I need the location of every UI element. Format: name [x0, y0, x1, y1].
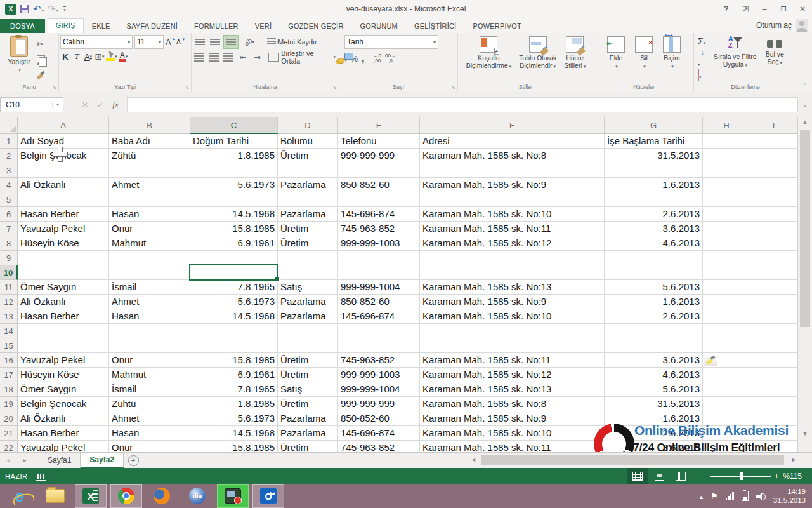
cell-E22[interactable]: 745-963-852 [338, 441, 420, 452]
cell-C11[interactable]: 7.8.1965 [190, 280, 278, 295]
row-header-15[interactable]: 15 [0, 338, 18, 353]
cell-I17[interactable] [750, 368, 797, 382]
sheet-nav-next-icon[interactable]: ► [16, 453, 33, 468]
cell-C1[interactable]: Doğum Tarihi [190, 134, 278, 149]
ribbon-tab-6[interactable]: GÖZDEN GEÇİR [280, 20, 351, 33]
cell-I4[interactable] [750, 178, 797, 192]
cell-A6[interactable]: Hasan Berber [18, 207, 109, 222]
cell-B3[interactable] [109, 163, 190, 178]
fill-handle[interactable] [275, 277, 280, 282]
cell-E17[interactable]: 999-999-1003 [338, 368, 420, 382]
ribbon-tab-3[interactable]: SAYFA DÜZENİ [119, 20, 186, 33]
taskbar-excel[interactable] [75, 484, 107, 508]
cell-H19[interactable] [703, 397, 750, 411]
shrink-font-button[interactable]: A [176, 38, 184, 46]
cell-B12[interactable]: Ahmet [109, 295, 190, 309]
cell-D15[interactable] [278, 338, 338, 353]
cell-I15[interactable] [750, 338, 797, 353]
middle-align-button[interactable] [208, 36, 222, 48]
cell-F7[interactable]: Karaman Mah. 1585 sk. No:11 [420, 222, 605, 236]
font-dialog-launcher-icon[interactable] [185, 84, 189, 90]
cell-D6[interactable]: Pazarlama [278, 207, 338, 222]
cell-G14[interactable] [605, 324, 703, 338]
cell-A12[interactable]: Ali Özkanlı [18, 295, 109, 309]
cell-D16[interactable]: Üretim [278, 353, 338, 368]
align-center-button[interactable] [207, 51, 221, 64]
cell-E19[interactable]: 999-999-999 [338, 397, 420, 411]
page-break-view-button[interactable] [670, 468, 691, 484]
cell-G19[interactable]: 31.5.2013 [605, 397, 703, 411]
new-sheet-button[interactable]: + [124, 453, 143, 468]
cell-F3[interactable] [420, 163, 605, 178]
row-header-18[interactable]: 18 [0, 382, 18, 397]
ribbon-tab-1[interactable]: GİRİŞ [48, 18, 84, 33]
cell-C18[interactable]: 7.8.1965 [190, 382, 278, 397]
cell-C14[interactable] [190, 324, 278, 338]
restore-icon[interactable] [774, 0, 793, 18]
format-cells-button[interactable]: Biçim [660, 35, 683, 82]
cell-D22[interactable]: Üretim [278, 441, 338, 452]
cell-A9[interactable] [18, 251, 109, 265]
cell-I18[interactable] [750, 382, 797, 397]
column-header-A[interactable]: A [18, 117, 109, 134]
vertical-scrollbar[interactable] [797, 117, 812, 452]
row-header-12[interactable]: 12 [0, 295, 18, 309]
cell-H5[interactable] [703, 192, 750, 207]
cell-E11[interactable]: 999-999-1004 [338, 280, 420, 295]
cell-G7[interactable]: 3.6.2013 [605, 222, 703, 236]
sheet-nav-prev-icon[interactable]: ◄ [0, 453, 16, 468]
cell-G20[interactable]: 1.6.2013 [605, 411, 703, 426]
sort-filter-button[interactable]: Sırala ve Filtre Uygula [711, 35, 759, 82]
taskbar-dia[interactable] [181, 484, 213, 508]
cell-F19[interactable]: Karaman Mah. 1585 sk. No:8 [420, 397, 605, 411]
cell-B2[interactable]: Zühtü [109, 149, 190, 163]
merge-center-button[interactable]: Birleştir ve Ortala [266, 50, 337, 64]
cell-D2[interactable]: Üretim [278, 149, 338, 163]
cell-A18[interactable]: Ömer Saygın [18, 382, 109, 397]
horizontal-scroll-thumb[interactable] [481, 455, 784, 465]
cell-G9[interactable] [605, 251, 703, 265]
cell-A7[interactable]: Yavuzalp Pekel [18, 222, 109, 236]
cell-A21[interactable]: Hasan Berber [18, 426, 109, 441]
format-painter-icon[interactable] [37, 71, 44, 79]
format-as-table-button[interactable]: Tablo Olarak Biçimlendir [516, 35, 559, 82]
cell-F16[interactable]: Karaman Mah. 1585 sk. No:11 [420, 353, 605, 368]
cell-E20[interactable]: 850-852-60 [338, 411, 420, 426]
cell-B20[interactable]: Ahmet [109, 411, 190, 426]
row-header-7[interactable]: 7 [0, 222, 18, 236]
row-header-13[interactable]: 13 [0, 309, 18, 324]
cell-H20[interactable] [703, 411, 750, 426]
cell-G1[interactable]: İşe Başlama Tarihi [605, 134, 703, 149]
column-header-H[interactable]: H [703, 117, 750, 134]
number-dialog-launcher-icon[interactable] [451, 84, 455, 90]
row-header-2[interactable]: 2 [0, 149, 18, 163]
cell-A10[interactable] [18, 265, 109, 280]
cell-E14[interactable] [338, 324, 420, 338]
row-header-10[interactable]: 10 [0, 265, 18, 280]
align-right-button[interactable] [222, 51, 235, 64]
cell-A17[interactable]: Hüseyin Köse [18, 368, 109, 382]
column-header-F[interactable]: F [420, 117, 605, 134]
ribbon-tab-2[interactable]: EKLE [84, 20, 119, 33]
ribbon-tab-9[interactable]: POWERPIVOT [464, 20, 530, 33]
cell-H6[interactable] [703, 207, 750, 222]
cell-I9[interactable] [750, 251, 797, 265]
cell-G11[interactable]: 5.6.2013 [605, 280, 703, 295]
cell-D5[interactable] [278, 192, 338, 207]
cell-B6[interactable]: Hasan [109, 207, 190, 222]
cell-D21[interactable]: Pazarlama [278, 426, 338, 441]
row-header-3[interactable]: 3 [0, 163, 18, 178]
row-header-4[interactable]: 4 [0, 178, 18, 192]
action-center-flag-icon[interactable] [710, 490, 718, 502]
cell-E8[interactable]: 999-999-1003 [338, 236, 420, 251]
enter-icon[interactable] [93, 100, 108, 109]
cell-I7[interactable] [750, 222, 797, 236]
paste-options-smart-tag[interactable] [704, 354, 717, 366]
formula-bar-splitter[interactable] [67, 101, 74, 108]
row-header-6[interactable]: 6 [0, 207, 18, 222]
cell-G16[interactable]: 3.6.2013 [605, 353, 703, 368]
cell-E6[interactable]: 145-696-874 [338, 207, 420, 222]
column-header-E[interactable]: E [338, 117, 420, 134]
cell-I10[interactable] [750, 265, 797, 280]
cell-G13[interactable]: 2.6.2013 [605, 309, 703, 324]
